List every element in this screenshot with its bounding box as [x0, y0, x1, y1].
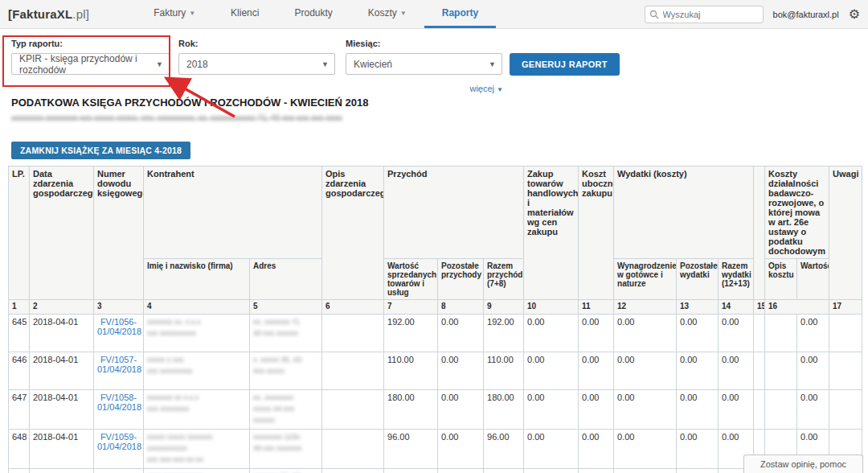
table-row: 6462018-04-01FV/1057-01/04/2018xxxxx x x…	[9, 352, 862, 390]
report-filters: Typ raportu: KPIR - księga przychodów i …	[0, 29, 868, 76]
amount-cell-col12: 0.00	[614, 315, 677, 352]
cost-description-cell	[765, 390, 797, 430]
redacted-text: xxxxxxxxxxx	[147, 443, 246, 454]
column-number: 5	[250, 300, 322, 315]
column-number: 1	[9, 300, 30, 315]
description-cell	[322, 390, 384, 430]
chevron-down-icon: ▼	[400, 10, 407, 17]
address-cell: xx. xxxxxxx 7140-xxx xxxxxx	[250, 315, 322, 352]
account-email[interactable]: bok@fakturaxl.pl	[773, 10, 839, 19]
amount-cell-col14: 0.00	[719, 390, 754, 430]
document-number-cell: FV/1058-01/04/2018	[94, 390, 144, 430]
search-icon	[649, 10, 659, 19]
cost-value-cell: 0.00	[797, 390, 829, 430]
nav-item-klienci[interactable]: Klienci	[213, 0, 276, 28]
nav-item-koszty[interactable]: Koszty▼	[350, 0, 424, 28]
description-cell	[322, 352, 384, 390]
app-logo[interactable]: [FakturaXL.pl]	[8, 0, 89, 28]
column-sub-header: Wartość	[797, 259, 829, 300]
invoice-link[interactable]: FV/1057-01/04/2018	[97, 355, 140, 374]
amount-cell-col13: 0.00	[677, 352, 719, 390]
amount-cell-col9: 110.00	[484, 352, 524, 390]
date-cell: 2018-04-01	[30, 315, 94, 352]
invoice-link[interactable]: FV/1056-01/04/2018	[97, 317, 140, 336]
amount-cell-col7: 180.00	[384, 390, 438, 430]
invoice-link[interactable]: FV/1059-01/04/2018	[97, 432, 140, 451]
column-group-header: Koszty działalności badawczo-rozwojowe, …	[765, 167, 829, 259]
redacted-text: xxx xxxxxxxx	[147, 404, 246, 415]
amount-cell-col11: 0.00	[579, 468, 614, 473]
month-value: Kwiecień	[354, 59, 392, 70]
year-label: Rok:	[178, 39, 335, 48]
col15-cell	[754, 315, 765, 352]
nav-item-faktury[interactable]: Faktury▼	[136, 0, 213, 28]
year-select[interactable]: 2018 ▼	[178, 53, 335, 75]
generate-report-button[interactable]: GENERUJ RAPORT	[510, 53, 620, 76]
amount-cell-col9: 96.00	[484, 429, 524, 468]
search-input[interactable]	[645, 6, 764, 23]
column-group-header: Data zdarzenia gospodarczego	[30, 167, 94, 300]
contractor-cell: xxxxx x xxxxxx xxxxxxxxx	[144, 352, 250, 390]
more-options-link[interactable]: więcej ▼	[450, 84, 503, 93]
amount-cell-col7: 96.00	[384, 468, 438, 473]
nav-item-produkty[interactable]: Produkty	[276, 0, 350, 28]
kpir-table-body: 6452018-04-01FV/1056-01/04/2018xxxxxxx x…	[9, 315, 862, 473]
amount-cell-col11: 0.00	[579, 315, 614, 352]
redacted-text: 40-xxx xxxxxx	[253, 328, 318, 339]
redacted-text: xxxxxxxx 123x	[253, 432, 318, 443]
amount-cell-col12: 0.00	[614, 390, 677, 430]
table-row: 6452018-04-01FV/1056-01/04/2018xxxxxxx x…	[9, 315, 862, 352]
document-number-cell: FV/1060-03/04/2018	[94, 468, 144, 473]
amount-cell-col9: 96.00	[484, 468, 524, 473]
amount-cell-col7: 192.00	[384, 315, 438, 352]
redacted-text: xxx xxx-xxx-xx-xx	[147, 454, 246, 466]
contractor-cell: xxxxxxx xx. x.x.xxxx xxxxxxxxxx	[144, 315, 250, 352]
feedback-tab[interactable]: Zostaw opinię, pomoc	[743, 454, 863, 473]
document-number-cell: FV/1057-01/04/2018	[94, 352, 144, 390]
search-box	[645, 6, 764, 23]
column-number: 9	[484, 300, 524, 315]
column-number: 2	[30, 300, 94, 315]
redacted-text: xxxxxxx xx x.x.x	[147, 393, 246, 404]
amount-cell-col13: 0.00	[677, 429, 719, 468]
kpir-table: LP.Data zdarzenia gospodarczegoNumer dow…	[8, 166, 862, 473]
column-group-header: LP.	[9, 167, 30, 300]
column-group-header: Opis zdarzenia gospodarczego	[322, 167, 384, 300]
column-group-header: Przychód	[384, 167, 524, 259]
amount-cell-col8: 0.00	[438, 468, 484, 473]
col15-cell	[754, 390, 765, 430]
report-type-select[interactable]: KPIR - księga przychodów i rozchodów ▼	[11, 53, 170, 75]
gear-icon[interactable]: ⚙	[849, 8, 860, 21]
filter-year: Rok: 2018 ▼	[178, 39, 335, 75]
redacted-text: xxx xxxxxxxxx	[147, 366, 246, 377]
table-row: 6482018-04-01FV/1059-01/04/2018xxxxx xxx…	[9, 429, 862, 468]
amount-cell-col9: 192.00	[484, 315, 524, 352]
redacted-text: xx. xxxxxxx 71	[253, 317, 318, 328]
lp-cell: 647	[9, 390, 30, 430]
amount-cell-col14: 0.00	[719, 352, 754, 390]
amount-cell-col11: 0.00	[579, 429, 614, 468]
column-number: 3	[94, 300, 144, 315]
column-sub-header: Wynagrodzenie w gotówce i naturze	[614, 259, 677, 300]
nav-item-raporty[interactable]: Raporty	[424, 0, 496, 28]
notes-cell	[829, 390, 862, 430]
invoice-link[interactable]: FV/1058-01/04/2018	[97, 393, 140, 412]
redacted-text: xxxxxx	[253, 415, 318, 426]
column-number: 14	[719, 300, 754, 315]
column-group-header	[754, 167, 765, 300]
amount-cell-col8: 0.00	[438, 352, 484, 390]
date-cell: 2018-04-01	[30, 390, 94, 430]
close-book-button[interactable]: ZAMKNIJ KSIĄŻKĘ ZA MIESIĄC 4-2018	[11, 142, 190, 159]
month-select[interactable]: Kwiecień ▼	[346, 53, 502, 75]
redacted-text: xxxxx 44-xxx	[253, 404, 318, 415]
amount-cell-col10: 0.00	[524, 468, 579, 473]
company-info-redacted: xxxxxxxx xxxxxxxx xxx xxxxx xxxxx, xxx. …	[11, 113, 452, 122]
column-group-header: Wydatki (koszty)	[614, 167, 754, 259]
column-number: 13	[677, 300, 719, 315]
date-cell: 2018-04-01	[30, 429, 94, 468]
column-group-header: Uwagi	[829, 167, 862, 300]
chevron-down-icon: ▼	[156, 60, 163, 68]
lp-cell: 646	[9, 352, 30, 390]
amount-cell-col11: 0.00	[579, 390, 614, 430]
lp-cell: 645	[9, 315, 30, 352]
